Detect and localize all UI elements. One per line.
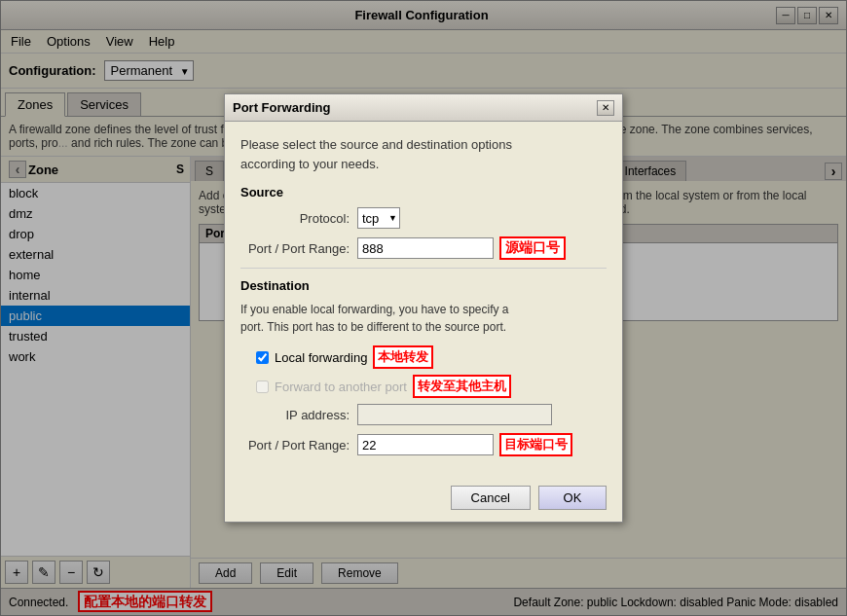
- dest-description: If you enable local forwarding, you have…: [240, 301, 607, 336]
- port-forwarding-dialog: Port Forwarding ✕ Please select the sour…: [224, 93, 623, 523]
- destination-section-title: Destination: [240, 278, 607, 293]
- protocol-row: Protocol: tcp udp: [240, 207, 607, 229]
- protocol-label: Protocol:: [240, 211, 357, 226]
- protocol-select-wrapper[interactable]: tcp udp: [357, 207, 400, 229]
- dest-port-input[interactable]: [357, 434, 494, 455]
- dialog-title-bar: Port Forwarding ✕: [225, 94, 622, 122]
- dest-port-annotation: 目标端口号: [499, 433, 572, 456]
- forward-another-label: Forward to another port: [275, 380, 407, 394]
- ip-address-row: IP address:: [240, 404, 607, 425]
- dialog-body: Please select the source and destination…: [225, 122, 622, 478]
- forward-another-checkbox[interactable]: [256, 380, 269, 393]
- dest-port-row: Port / Port Range: 目标端口号: [240, 433, 607, 456]
- dialog-overlay: Port Forwarding ✕ Please select the sour…: [0, 0, 847, 616]
- source-port-label: Port / Port Range:: [240, 241, 357, 256]
- dialog-intro-text: Please select the source and destination…: [240, 135, 607, 173]
- dialog-title: Port Forwarding: [233, 100, 330, 115]
- dest-port-label: Port / Port Range:: [240, 438, 357, 453]
- forward-another-annotation: 转发至其他主机: [413, 375, 511, 398]
- ip-address-label: IP address:: [240, 408, 357, 422]
- local-forwarding-label: Local forwarding: [275, 350, 367, 365]
- source-port-input[interactable]: [357, 237, 494, 259]
- local-forwarding-checkbox[interactable]: [256, 351, 269, 364]
- source-port-row: Port / Port Range: 源端口号: [240, 236, 607, 260]
- forward-another-row: Forward to another port 转发至其他主机: [240, 375, 607, 398]
- cancel-button[interactable]: Cancel: [451, 486, 531, 510]
- dialog-footer: Cancel OK: [225, 478, 622, 522]
- local-forwarding-row: Local forwarding 本地转发: [240, 345, 607, 369]
- destination-section: Destination If you enable local forwardi…: [240, 268, 607, 456]
- ip-address-input[interactable]: [357, 404, 552, 425]
- source-port-annotation: 源端口号: [499, 236, 566, 260]
- local-forwarding-annotation: 本地转发: [373, 345, 433, 369]
- dialog-close-button[interactable]: ✕: [597, 100, 614, 116]
- protocol-select[interactable]: tcp udp: [357, 207, 400, 229]
- source-section-title: Source: [240, 185, 607, 199]
- ok-button[interactable]: OK: [538, 486, 607, 510]
